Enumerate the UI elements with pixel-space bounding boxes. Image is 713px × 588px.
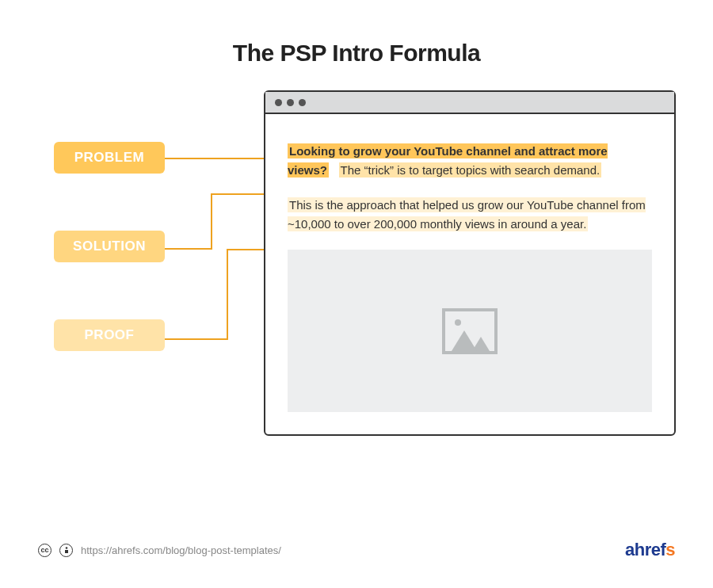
source-url: https://ahrefs.com/blog/blog-post-templa… bbox=[81, 544, 281, 556]
image-placeholder bbox=[288, 250, 652, 412]
footer: cc https://ahrefs.com/blog/blog-post-tem… bbox=[38, 540, 675, 560]
connector-solution bbox=[165, 248, 212, 250]
browser-content: Looking to grow your YouTube channel and… bbox=[265, 114, 674, 434]
problem-label: PROBLEM bbox=[54, 142, 165, 174]
image-icon bbox=[442, 308, 498, 354]
footer-attribution: cc https://ahrefs.com/blog/blog-post-tem… bbox=[38, 544, 281, 557]
browser-window: Looking to grow your YouTube channel and… bbox=[264, 90, 676, 436]
intro-paragraph-1: Looking to grow your YouTube channel and… bbox=[288, 142, 652, 180]
by-icon bbox=[59, 544, 73, 557]
solution-label: SOLUTION bbox=[54, 231, 165, 262]
svg-point-0 bbox=[65, 547, 67, 549]
ahrefs-logo: ahrefs bbox=[625, 540, 675, 560]
connector-solution-v bbox=[211, 193, 212, 250]
proof-text: This is the approach that helped us grow… bbox=[288, 197, 646, 231]
intro-paragraph-2: This is the approach that helped us grow… bbox=[288, 196, 652, 234]
traffic-light-icon bbox=[299, 99, 306, 106]
solution-text: The “trick” is to target topics with sea… bbox=[339, 162, 602, 178]
connector-proof-v bbox=[227, 249, 228, 340]
browser-titlebar bbox=[265, 92, 674, 114]
cc-icon: cc bbox=[38, 544, 51, 557]
page-title: The PSP Intro Formula bbox=[0, 0, 713, 67]
traffic-light-icon bbox=[275, 99, 282, 106]
connector-proof bbox=[165, 338, 228, 340]
proof-label: PROOF bbox=[54, 319, 165, 351]
traffic-light-icon bbox=[287, 99, 294, 106]
label-column: PROBLEM SOLUTION PROOF bbox=[54, 142, 165, 351]
